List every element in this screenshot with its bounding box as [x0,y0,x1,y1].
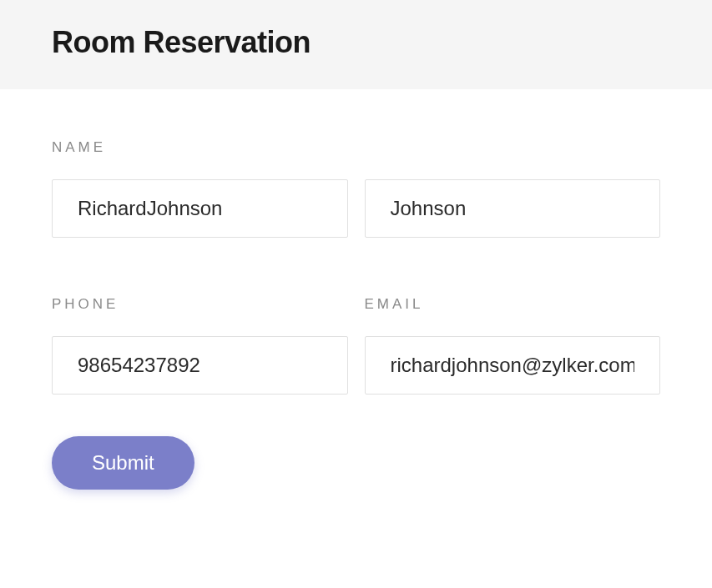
first-name-col [52,179,348,238]
phone-input[interactable] [52,336,348,395]
last-name-input[interactable] [365,179,661,238]
phone-label: PHONE [52,296,348,313]
email-col: EMAIL [365,296,661,395]
email-input[interactable] [365,336,661,395]
first-name-input[interactable] [52,179,348,238]
email-label: EMAIL [365,296,661,313]
phone-col: PHONE [52,296,348,395]
page-title: Room Reservation [52,25,660,60]
submit-button[interactable]: Submit [52,436,194,490]
page-header: Room Reservation [0,0,712,89]
name-label: NAME [52,139,660,156]
last-name-col [365,179,661,238]
contact-row: PHONE EMAIL [52,296,660,395]
reservation-form: NAME PHONE EMAIL Submit [0,89,712,523]
name-row [52,179,660,238]
